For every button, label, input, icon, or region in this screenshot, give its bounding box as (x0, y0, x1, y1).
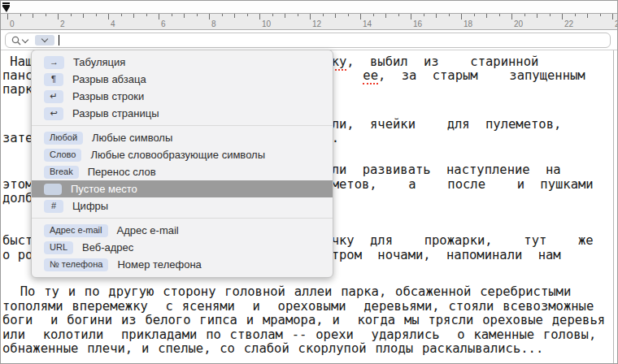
menu-item-разрыв-строки[interactable]: ↵Разрыв строки (32, 88, 333, 105)
menu-item-label: Разрыв абзаца (72, 73, 146, 85)
ruler-number: 4 (111, 20, 115, 28)
blank-token-badge (44, 184, 62, 195)
ruler-tick (461, 14, 462, 20)
ruler-tick (398, 14, 399, 16)
ruler-tick (612, 14, 613, 20)
ruler-number: 14 (363, 20, 372, 28)
search-token-dropdown-button[interactable] (35, 35, 54, 46)
chevron-down-icon (41, 36, 48, 42)
menu-item-разрыв-абзаца[interactable]: ¶Разрыв абзаца (32, 71, 333, 88)
menu-item-label: Табуляция (73, 56, 125, 68)
ruler-tick (133, 14, 134, 18)
ruler-tick (511, 14, 512, 20)
token-badge: ¶ (44, 73, 63, 86)
menu-item-цифры[interactable]: #Цифры (32, 197, 333, 214)
paragraph-text-line: тополями вперемежку с ясенями и ореховым… (2, 300, 594, 314)
text-line-right-fragment: бочку для прожарки, тут же (316, 234, 594, 248)
ruler-tick (550, 14, 551, 16)
ruler-tick (310, 14, 311, 20)
menu-item-label: Пустое место (71, 183, 137, 195)
token-badge: ↩ (44, 107, 63, 120)
token-badge: Слово (44, 149, 81, 162)
text-line-left-fragment: быст (2, 234, 33, 248)
search-icon[interactable] (11, 36, 28, 46)
token-badge: Адрес e-mail (44, 224, 108, 237)
ruler-tick (159, 14, 159, 20)
ruler-tick (323, 14, 324, 16)
ruler-number: 8 (211, 20, 216, 28)
menu-item-номер-телефона[interactable]: № телефонаНомер телефона (32, 256, 333, 273)
ruler-number: 2 (60, 20, 65, 28)
menu-item-label: Разрыв строки (72, 90, 144, 102)
ruler-number: 10 (262, 20, 271, 28)
ruler-tick (298, 14, 298, 16)
ruler-tick (524, 14, 525, 16)
menu-separator (32, 125, 333, 126)
ruler-tick (499, 14, 500, 16)
ruler-tick (587, 14, 588, 18)
ruler-tick (474, 14, 475, 16)
indent-marker[interactable] (2, 2, 10, 13)
text-line-right-fragment: вали развивать наступление на (316, 163, 561, 177)
ruler-tick (385, 14, 386, 18)
menu-item-label: Адрес e-mail (117, 224, 179, 236)
ruler-tick (562, 14, 563, 20)
search-options-chevron-icon (22, 36, 28, 42)
document-right-border (613, 50, 614, 364)
text-line-left-fragment: Наш (2, 55, 33, 69)
menu-item-разрыв-страницы[interactable]: ↩Разрыв страницы (32, 105, 333, 122)
menu-item-веб-адрес[interactable]: URLВеб-адрес (32, 239, 333, 256)
ruler-tick (537, 14, 537, 18)
text-line-right-fragment: ах ее, за старым запущенным (316, 69, 585, 83)
menu-item-адрес-e-mail[interactable]: Адрес e-mailАдрес e-mail (32, 222, 333, 239)
ruler-tick (348, 14, 349, 16)
text-line-left-fragment: о ро (2, 249, 33, 262)
menu-item-label: Любые словообразующие символы (90, 149, 265, 161)
ruler-tick (121, 14, 122, 16)
menu-item-любые-символы[interactable]: ЛюбойЛюбые символы (32, 129, 333, 146)
text-line-right-fragment: нометов, а после и пушками (316, 178, 594, 192)
text-caret (59, 35, 59, 46)
text-line-right-fragment: локу, выбил из старинной (316, 55, 538, 69)
ruler-tick (272, 14, 273, 16)
menu-item-label: Веб-адрес (82, 241, 133, 254)
find-toolbar (1, 30, 618, 50)
ruler-number: 12 (312, 20, 321, 28)
menu-item-любые-словообразующие-символы[interactable]: СловоЛюбые словообразующие символы (32, 146, 333, 163)
search-input[interactable] (5, 32, 611, 48)
ruler-tick (33, 14, 33, 18)
paragraph-text-line: По ту и по другую сторону головной аллеи… (2, 285, 571, 299)
ruler-tick (222, 14, 223, 16)
ruler-tick (360, 14, 361, 20)
menu-item-label: Любые символы (92, 132, 172, 144)
ruler-number: 22 (564, 20, 573, 28)
paragraph-text-line: боги и богини из белого гипса и мрамора,… (2, 314, 605, 327)
menu-item-табуляция[interactable]: →Табуляция (32, 54, 333, 71)
ruler-tick (247, 14, 248, 16)
menu-item-перенос-слов[interactable]: BreakПеренос слов (32, 163, 333, 180)
ruler-tick (20, 14, 21, 16)
token-badge: Любой (44, 132, 83, 145)
ruler-top-strip (1, 1, 618, 13)
ruler-number: 6 (161, 20, 166, 28)
ruler-number: 20 (514, 20, 523, 28)
text-editor-window: { "ruler": { "unit_numbers": [0, 2, 4, 6… (0, 0, 618, 364)
ruler-tick (373, 14, 374, 16)
ruler-tick (7, 14, 8, 20)
ruler-tick (335, 14, 336, 18)
ruler-tick (411, 14, 411, 20)
menu-item-label: Разрыв страницы (72, 107, 159, 119)
special-characters-dropdown-menu: →Табуляция¶Разрыв абзаца↵Разрыв строки↩Р… (31, 50, 333, 278)
menu-item-label: Номер телефона (117, 258, 201, 271)
menu-item-пустое-место[interactable]: Пустое место (32, 180, 333, 197)
paragraph-text-line: обнаженные плечи, и спелые, со слабой ск… (2, 342, 543, 356)
indent-marker-triangle (2, 6, 10, 12)
token-badge: № телефона (44, 258, 108, 271)
text-line-left-fragment: панс (2, 69, 33, 83)
token-badge: # (44, 200, 63, 213)
token-badge: Break (44, 166, 79, 179)
ruler-number: 18 (464, 20, 472, 28)
ruler-tick (146, 14, 147, 16)
ruler-tick (197, 14, 198, 16)
ruler-number: 16 (413, 20, 422, 28)
